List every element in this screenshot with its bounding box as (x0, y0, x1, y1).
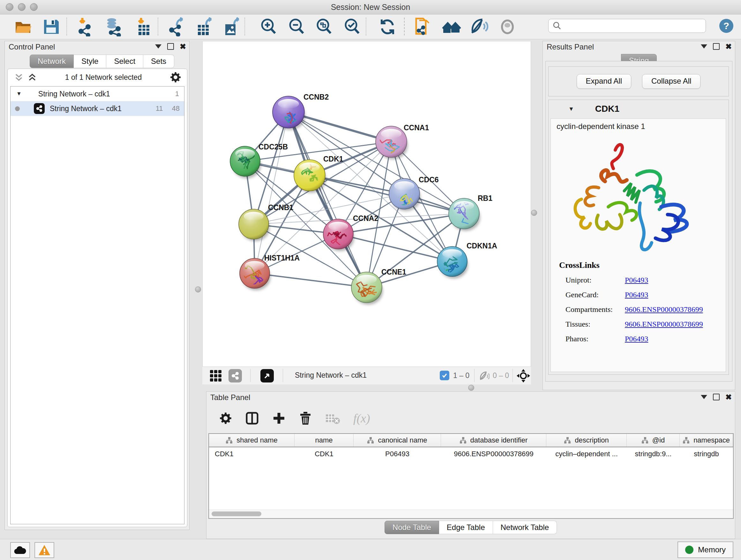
network-options-gear-icon[interactable] (170, 71, 181, 83)
show-columns-icon[interactable] (246, 412, 259, 425)
cloud-button[interactable] (10, 542, 30, 558)
cell-id[interactable]: stringdb:9... (627, 447, 680, 461)
float-panel-icon[interactable] (713, 394, 720, 400)
string-home-button[interactable] (442, 17, 462, 36)
cell-shared-name[interactable]: CDK1 (209, 447, 294, 461)
gene-description: cyclin-dependent kinase 1 (556, 122, 645, 131)
crosslink-compartments-link[interactable]: 9606.ENSP00000378699 (625, 305, 703, 314)
expand-all-networks-icon[interactable] (14, 72, 23, 82)
collection-expanded-icon[interactable]: ▼ (16, 91, 22, 97)
import-string-network-button[interactable] (412, 17, 433, 36)
horizontal-scrollbar[interactable] (209, 509, 733, 518)
delete-column-trash-icon[interactable] (299, 411, 312, 425)
show-all-eye-button[interactable] (497, 17, 518, 36)
memory-label: Memory (698, 545, 726, 554)
refresh-button[interactable] (377, 17, 398, 36)
zoom-fit-button[interactable] (314, 17, 334, 36)
export-image-button[interactable] (222, 17, 243, 36)
cell-description[interactable]: cyclin–dependent ... (546, 447, 627, 461)
column-header[interactable]: name (294, 434, 354, 447)
crosslink-label: Compartments: (565, 305, 625, 314)
crosslink-uniprot-link[interactable]: P06493 (625, 276, 648, 285)
warnings-button[interactable] (35, 542, 54, 558)
column-header[interactable]: description (546, 434, 627, 447)
hidden-eye-icon[interactable] (479, 371, 489, 382)
close-panel-icon[interactable]: ✖ (725, 44, 732, 50)
grid-view-icon[interactable] (209, 369, 222, 383)
expand-all-button[interactable]: Expand All (577, 74, 631, 89)
collapse-all-button[interactable]: Collapse All (642, 74, 700, 89)
tab-network[interactable]: Network (30, 55, 74, 68)
zoom-selected-button[interactable] (342, 17, 362, 36)
cell-database-identifier[interactable]: 9606.ENSP00000378699 (441, 447, 546, 461)
selected-checkbox-icon[interactable] (440, 371, 449, 380)
table-tabs: Node Table Edge Table Network Table (206, 521, 735, 534)
float-panel-icon[interactable] (167, 43, 174, 50)
viewbar-separator (250, 369, 251, 382)
collapse-panel-icon[interactable] (701, 395, 707, 399)
tab-select[interactable]: Select (106, 55, 143, 68)
cell-namespace[interactable]: stringdb (680, 447, 733, 461)
tab-sets[interactable]: Sets (143, 55, 174, 68)
memory-button[interactable]: Memory (677, 542, 733, 558)
table-panel: Table Panel ✖ f(x) shared name name cano… (206, 391, 735, 539)
collapse-panel-icon[interactable] (155, 44, 161, 49)
results-panel-title: Results Panel (547, 43, 594, 51)
crosslink-pharos-link[interactable]: P06493 (625, 334, 648, 343)
open-session-button[interactable] (13, 17, 33, 36)
pan-crosshair-icon[interactable] (516, 369, 530, 384)
help-button[interactable]: ? (719, 18, 734, 35)
create-column-plus-icon[interactable] (272, 412, 286, 425)
collapse-all-networks-icon[interactable] (27, 72, 37, 82)
column-header[interactable]: @id (627, 434, 680, 447)
import-table-from-file-button[interactable] (133, 17, 154, 36)
collapse-panel-icon[interactable] (701, 44, 707, 49)
viewbar-separator (513, 369, 513, 382)
import-network-from-database-button[interactable] (104, 17, 125, 36)
column-header[interactable]: namespace (680, 434, 733, 447)
right-splitter-handle[interactable] (531, 210, 537, 216)
cell-name[interactable]: CDK1 (294, 447, 354, 461)
network-label: String Network – cdk1 (50, 105, 156, 113)
network-collection-row[interactable]: ▼ String Network – cdk1 1 (10, 86, 184, 101)
tab-network-table[interactable]: Network Table (493, 521, 557, 534)
column-header[interactable]: database identifier (441, 434, 546, 447)
column-header[interactable]: shared name (209, 434, 294, 447)
detach-view-icon[interactable] (260, 369, 274, 382)
cell-canonical-name[interactable]: P06493 (354, 447, 441, 461)
network-tree: ▼ String Network – cdk1 1 String Network… (10, 86, 185, 524)
network-row-selected[interactable]: String Network – cdk1 11 48 (10, 101, 184, 116)
close-panel-icon[interactable]: ✖ (180, 44, 186, 50)
network-view-icon[interactable] (228, 369, 242, 382)
table-row[interactable]: CDK1 CDK1 P06493 9606.ENSP00000378699 cy… (209, 447, 733, 461)
main-toolbar: ? (0, 14, 741, 39)
tab-style[interactable]: Style (74, 55, 106, 68)
export-table-to-file-button[interactable] (195, 17, 215, 36)
close-panel-icon[interactable]: ✖ (725, 394, 732, 400)
crosslink-label: GeneCard: (565, 291, 625, 299)
toolbar-separator (245, 17, 245, 36)
left-splitter-handle[interactable] (195, 287, 201, 293)
tab-edge-table[interactable]: Edge Table (439, 521, 493, 534)
crosslink-genecard-link[interactable]: P06493 (625, 291, 648, 299)
node-label-HIST1H1A: HIST1H1A (264, 254, 300, 262)
gene-symbol: CDK1 (595, 104, 619, 114)
tab-node-table[interactable]: Node Table (385, 521, 439, 534)
zoom-in-button[interactable] (259, 17, 279, 36)
bottom-splitter-handle[interactable] (468, 385, 474, 391)
float-panel-icon[interactable] (713, 43, 720, 50)
table-options-gear-icon[interactable] (219, 412, 232, 425)
network-canvas[interactable]: CCNB2CCNA1CDC25BCDK1CDC6RB1CCNB1CCNA2CDK… (202, 42, 531, 367)
network-edge-count: 48 (172, 105, 180, 113)
zoom-out-button[interactable] (286, 17, 307, 36)
hide-unselected-eye-button[interactable] (469, 17, 489, 36)
search-input[interactable] (548, 19, 706, 33)
column-header[interactable]: canonical name (354, 434, 441, 447)
gene-section-expanded-icon[interactable]: ▼ (568, 106, 574, 112)
scrollbar-thumb[interactable] (212, 511, 261, 516)
node-CDK1 (294, 160, 326, 193)
save-session-button[interactable] (41, 17, 61, 36)
export-network-to-file-button[interactable] (167, 17, 188, 36)
crosslink-tissues-link[interactable]: 9606.ENSP00000378699 (625, 320, 703, 328)
import-network-from-file-button[interactable] (76, 17, 96, 36)
